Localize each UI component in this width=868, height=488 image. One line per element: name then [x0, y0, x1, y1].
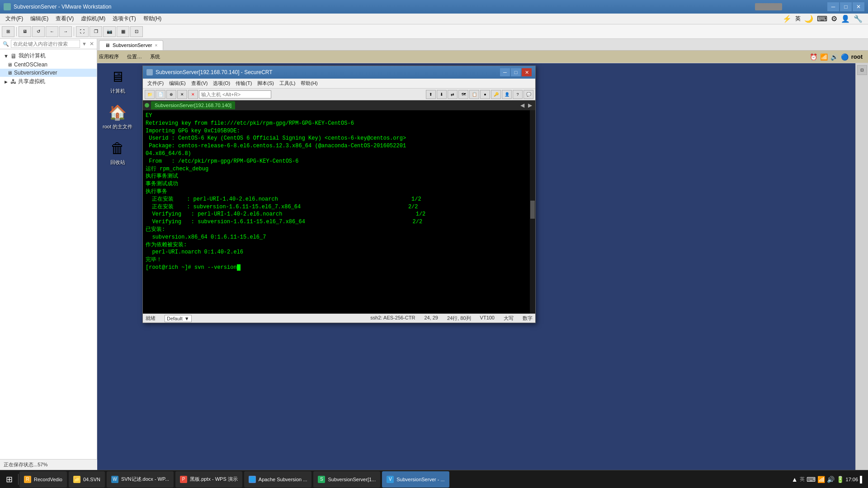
securecrt-close[interactable]: ✕: [522, 68, 532, 76]
scrt-tb-disconnect[interactable]: ✕: [177, 90, 187, 99]
rows-cols: 24行, 80列: [447, 315, 471, 322]
taskbar-btn-wps-ppt[interactable]: P 黑板.pptx - WPS 演示: [175, 471, 242, 488]
vm-desktop[interactable]: 🖥 计算机 🏠 root 的主文件 🗑: [97, 63, 868, 488]
securecrt-minimize[interactable]: ─: [500, 68, 510, 76]
securecrt-window: SubversionServer[192.168.70.140] - Secur…: [142, 66, 536, 323]
tb-btn-forward[interactable]: →: [59, 26, 72, 37]
tb-btn-2[interactable]: 🖥: [19, 26, 31, 37]
tb-btn-fullwin[interactable]: ⊡: [130, 26, 143, 37]
menu-file[interactable]: 文件(F): [2, 14, 27, 23]
scrt-tb-sftp[interactable]: ⇄: [448, 90, 458, 99]
tb-btn-refresh[interactable]: ↺: [32, 26, 45, 37]
moon-icon[interactable]: 🌙: [804, 14, 813, 23]
menu-view[interactable]: 查看(V): [52, 14, 77, 23]
scrt-tb-reconnect[interactable]: ✕: [188, 90, 198, 99]
securecrt-session-tab: SubversionServer[192.168.70.140] ◀ ▶: [143, 100, 535, 110]
scrt-tb-download[interactable]: ⬇: [437, 90, 447, 99]
edge-btn-1[interactable]: ⊡: [857, 65, 867, 75]
scrt-menu-file[interactable]: 文件(F): [145, 80, 166, 87]
close-button[interactable]: ✕: [853, 2, 864, 11]
scrt-menu-tools[interactable]: 工具(L): [277, 80, 298, 87]
tb-btn-back[interactable]: ←: [46, 26, 58, 37]
tb-btn-1[interactable]: ⊞: [2, 26, 14, 37]
terminal-area[interactable]: EYRetrieving key from file:///etc/pki/rp…: [143, 110, 535, 314]
scrt-menu-help[interactable]: 帮助(H): [298, 80, 320, 87]
taskbar-battery-icon[interactable]: 🔋: [836, 476, 844, 483]
wrench-icon[interactable]: 🔧: [854, 14, 863, 23]
menu-vm[interactable]: 虚拟机(M): [77, 14, 109, 23]
scrt-tb-map2[interactable]: 📋: [469, 90, 479, 99]
scrt-tb-help[interactable]: ?: [513, 90, 523, 99]
sidebar-item-root[interactable]: ▼ 🖥 我的计算机: [0, 51, 97, 61]
scrt-tb-chat[interactable]: 💬: [524, 90, 533, 99]
menu-help[interactable]: 帮助(H): [140, 14, 165, 23]
vm-menu-places[interactable]: 位置…: [127, 53, 142, 60]
taskbar-btn-svn[interactable]: 📁 04.SVN: [69, 471, 105, 488]
scrt-tb-upload[interactable]: ⬆: [426, 90, 436, 99]
taskbar-btn-apache[interactable]: 🌐 Apache Subversion ...: [244, 471, 312, 488]
session-connected-indicator: [145, 103, 149, 108]
settings-icon[interactable]: ⚙: [831, 14, 837, 23]
sidebar-item-subversion[interactable]: 🖥 SubversionServer: [0, 69, 97, 77]
power-icon[interactable]: ⚡: [783, 14, 792, 23]
tb-btn-snap[interactable]: 📷: [103, 26, 116, 37]
status-ready: 就绪: [146, 315, 156, 322]
user-icon[interactable]: 👤: [841, 14, 850, 23]
taskbar-btn-securecrt[interactable]: S SubversionServer[1...: [313, 471, 380, 488]
taskbar-btn-recordvedio[interactable]: R RecordVedio: [19, 471, 67, 488]
session-prev-btn[interactable]: ◀: [519, 102, 526, 108]
taskbar-desktop-btn[interactable]: ▌: [860, 476, 864, 483]
vm-menu-system[interactable]: 系统: [150, 53, 160, 60]
desktop-icon-home[interactable]: 🏠 root 的主文件: [102, 103, 133, 130]
sidebar-item-shared[interactable]: ► 🖧 共享虚拟机: [0, 77, 97, 86]
securecrt-maximize[interactable]: □: [511, 68, 521, 76]
lang-icon[interactable]: 英: [795, 15, 801, 23]
start-button[interactable]: ⊞: [0, 470, 18, 488]
session-next-btn[interactable]: ▶: [527, 102, 533, 108]
scrt-menu-transfer[interactable]: 传输(T): [233, 80, 255, 87]
scrt-tb-connect[interactable]: 📁: [145, 90, 155, 99]
taskbar-network-icon[interactable]: 📶: [817, 476, 825, 483]
scrt-menu-edit[interactable]: 编辑(E): [166, 80, 189, 87]
scrt-tb-clone[interactable]: ⊕: [166, 90, 176, 99]
desktop-icon-computer[interactable]: 🖥 计算机: [102, 68, 133, 94]
vm-tab-subversion[interactable]: 🖥 SubversionServer ×: [99, 40, 163, 50]
scrt-menu-script[interactable]: 脚本(S): [255, 80, 277, 87]
tb-btn-unity[interactable]: ▦: [117, 26, 129, 37]
scrt-tb-key[interactable]: 🔑: [491, 90, 501, 99]
scrt-tb-record[interactable]: ●: [480, 90, 490, 99]
tb-btn-fullscreen[interactable]: ⛶: [76, 26, 89, 37]
taskbar-clock[interactable]: 17:06: [846, 477, 859, 482]
sidebar-item-centos[interactable]: 🖥 CentOSClean: [0, 61, 97, 69]
vm-toolbar-clock-icon: ⏰: [810, 53, 817, 61]
taskbar-sound-icon[interactable]: 🔊: [827, 476, 835, 483]
taskbar-lang-icon[interactable]: 英: [800, 476, 805, 483]
desktop-icon-recycle[interactable]: 🗑 回收站: [102, 139, 133, 166]
maximize-button[interactable]: □: [840, 2, 852, 11]
minimize-button[interactable]: ─: [827, 2, 839, 11]
tb-btn-windowed[interactable]: ❐: [90, 26, 102, 37]
menu-tab[interactable]: 选项卡(T): [109, 14, 139, 23]
taskbar-btn-vmware[interactable]: V SubversionServer - ...: [382, 471, 449, 488]
scrt-menu-view[interactable]: 查看(V): [189, 80, 211, 87]
sidebar-search-input[interactable]: [11, 40, 80, 48]
keyboard-icon[interactable]: ⌨: [817, 14, 827, 23]
menu-edit[interactable]: 编辑(E): [27, 14, 52, 23]
taskbar-up-arrow-icon[interactable]: ▲: [792, 476, 798, 483]
scrt-tb-new[interactable]: 📄: [156, 90, 165, 99]
securecrt-statusbar: 就绪 Default ▼ ssh2: AES-256-CTR 24, 29 24…: [143, 314, 535, 323]
terminal-scrollbar[interactable]: [530, 110, 535, 314]
vm-tab-close-icon[interactable]: ×: [155, 43, 157, 48]
search-dropdown-icon[interactable]: ▼: [82, 41, 87, 47]
sidebar-close-icon[interactable]: ✕: [90, 41, 94, 47]
profile-dropdown[interactable]: Default ▼: [165, 315, 192, 322]
clock-time: 17:06: [846, 477, 859, 482]
taskbar-keyboard-icon[interactable]: ⌨: [807, 476, 816, 483]
vm-menu-apps[interactable]: 应用程序: [99, 53, 119, 60]
scrt-host-input[interactable]: [199, 90, 271, 99]
scrt-tb-agent[interactable]: 👤: [502, 90, 512, 99]
taskbar-btn-wps-docx[interactable]: W SVN记述.docx - WP...: [107, 471, 174, 488]
scrt-tb-map[interactable]: 🗺: [458, 90, 468, 99]
session-tab-item[interactable]: SubversionServer[192.168.70.140]: [151, 101, 235, 109]
scrt-menu-options[interactable]: 选项(O): [210, 80, 233, 87]
